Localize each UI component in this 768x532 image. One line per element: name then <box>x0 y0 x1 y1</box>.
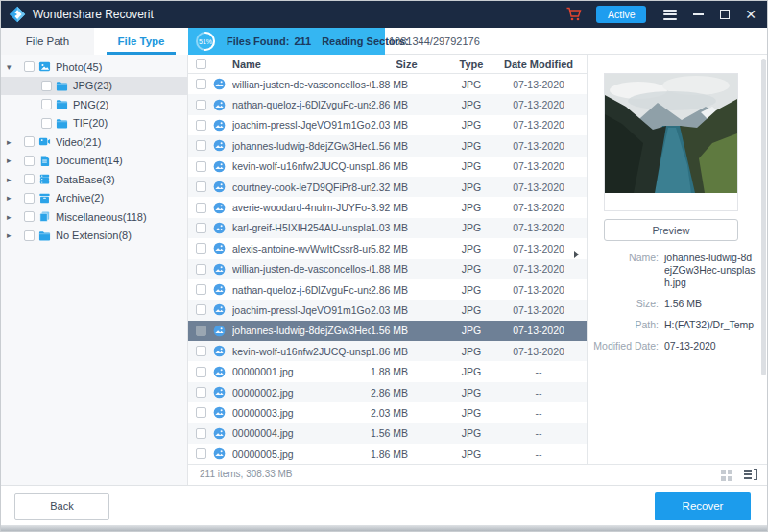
active-badge[interactable]: Active <box>596 6 646 23</box>
column-date-modified[interactable]: Date Modified <box>500 59 577 70</box>
sidebar-tree-item[interactable]: ▸ Miscellaneous(118) <box>1 207 187 227</box>
row-checkbox[interactable] <box>196 243 206 254</box>
tree-checkbox[interactable] <box>24 61 35 72</box>
row-checkbox[interactable] <box>196 367 206 377</box>
minimize-icon[interactable] <box>693 13 704 15</box>
sidebar-tree-item[interactable]: PNG(2) <box>1 95 187 114</box>
table-row[interactable]: kevin-wolf-u16nfw2JUCQ-unsplash.jpg 1.86… <box>188 157 587 177</box>
table-row[interactable]: 00000004.jpg 1.56 MB JPG -- <box>188 423 587 444</box>
expand-arrow-icon[interactable]: ▸ <box>7 230 24 240</box>
preview-button[interactable]: Preview <box>604 219 738 241</box>
maximize-icon[interactable] <box>720 10 730 19</box>
tree-checkbox[interactable] <box>24 230 35 241</box>
table-row[interactable]: joachim-pressl-JqeVO91m1Go-unspl... 2.03… <box>188 300 587 320</box>
cell-size: 2.03 MB <box>371 407 443 419</box>
menu-icon[interactable] <box>663 10 677 20</box>
table-row[interactable]: joachim-pressl-JqeVO91m1Go-unspl... 2.03… <box>188 115 587 135</box>
tree-checkbox[interactable] <box>24 136 35 147</box>
tab-file-type[interactable]: File Type <box>94 28 188 55</box>
row-checkbox[interactable] <box>196 284 206 295</box>
preview-thumbnail[interactable] <box>604 73 738 211</box>
cell-name: kevin-wolf-u16nfw2JUCQ-unsplash.jpg <box>232 346 371 357</box>
row-checkbox[interactable] <box>196 264 206 275</box>
expand-arrow-icon[interactable]: ▾ <box>7 62 24 72</box>
recover-button[interactable]: Recover <box>655 492 751 520</box>
list-view-icon[interactable] <box>744 469 757 481</box>
tree-checkbox[interactable] <box>24 174 35 184</box>
document-icon <box>38 155 51 167</box>
sidebar-tree-item[interactable]: ▸ Video(21) <box>1 133 187 152</box>
column-name[interactable]: Name <box>232 59 371 70</box>
row-checkbox[interactable] <box>196 407 206 418</box>
table-row[interactable]: kevin-wolf-u16nfw2JUCQ-unsplash.jpg 1.86… <box>188 341 587 361</box>
files-found: Files Found:211 <box>227 36 311 47</box>
detail-field: Path: H:(FAT32)/Dr_Temp <box>588 319 758 331</box>
table-row[interactable]: karl-greif-H5IXIH254AU-unsplash.jpg 1.03… <box>188 218 587 238</box>
row-checkbox[interactable] <box>196 100 206 110</box>
expand-arrow-icon[interactable]: ▸ <box>7 193 24 203</box>
recoverit-logo-icon <box>9 6 26 23</box>
expand-arrow-icon[interactable]: ▸ <box>7 137 24 147</box>
row-checkbox[interactable] <box>196 140 206 151</box>
cell-date-modified: 07-13-2020 <box>500 346 577 357</box>
cell-date-modified: 07-13-2020 <box>500 140 577 152</box>
select-all-checkbox[interactable] <box>196 59 206 69</box>
sidebar-tree-item[interactable]: ▸ No Extension(8) <box>1 227 187 246</box>
row-checkbox[interactable] <box>196 304 206 315</box>
table-row[interactable]: johannes-ludwig-8dejZGw3Hec-unsp... 1.56… <box>188 321 587 341</box>
row-checkbox[interactable] <box>196 387 206 398</box>
row-checkbox[interactable] <box>196 326 206 336</box>
sidebar-tree-item[interactable]: ▸ Archive(2) <box>1 189 187 208</box>
table-row[interactable]: 00000003.jpg 2.03 MB JPG -- <box>188 402 587 423</box>
panel-collapse-arrow-icon[interactable] <box>574 251 579 258</box>
table-row[interactable]: nathan-queloz-j-6DlZvguFc-unsplash... 2.… <box>188 279 587 300</box>
back-button[interactable]: Back <box>14 493 109 520</box>
tab-file-path[interactable]: File Path <box>1 28 94 55</box>
table-row[interactable]: 00000002.jpg 2.86 MB JPG -- <box>188 382 587 402</box>
cell-name: joachim-pressl-JqeVO91m1Go-unspl... <box>232 304 371 316</box>
detail-value: 07-13-2020 <box>664 340 756 352</box>
sidebar-tree-item[interactable]: ▾ Photo(45) <box>1 58 187 77</box>
expand-arrow-icon[interactable]: ▸ <box>7 212 24 222</box>
table-row[interactable]: willian-justen-de-vasconcellos-65Ga... 1… <box>188 74 587 94</box>
table-row[interactable]: willian-justen-de-vasconcellos-65Ga... 1… <box>188 259 587 279</box>
table-row[interactable]: alexis-antoine-wvWwItCssr8-unsplas... 5.… <box>188 238 587 258</box>
expand-arrow-icon[interactable]: ▸ <box>7 156 24 165</box>
tree-checkbox[interactable] <box>24 156 35 166</box>
sidebar-tree-item[interactable]: JPG(23) <box>1 77 187 96</box>
row-checkbox[interactable] <box>196 79 206 89</box>
table-row[interactable]: averie-woodard-4nulm-JUYFo-unspla... 3.9… <box>188 197 587 217</box>
tree-checkbox[interactable] <box>41 81 52 91</box>
row-checkbox[interactable] <box>196 346 206 356</box>
row-checkbox[interactable] <box>196 223 206 233</box>
close-icon[interactable]: ✕ <box>745 8 756 21</box>
tree-checkbox[interactable] <box>24 193 35 204</box>
scan-progress-strip: 51% Files Found:211 Reading Sectors: <box>188 28 385 55</box>
table-row[interactable]: 00000005.jpg 1.86 MB JPG -- <box>188 444 587 464</box>
tree-checkbox[interactable] <box>41 118 52 129</box>
cell-size: 2.03 MB <box>371 304 443 316</box>
sidebar-tree-item[interactable]: ▸ Document(14) <box>1 152 187 171</box>
row-checkbox[interactable] <box>196 120 206 131</box>
column-size[interactable]: Size <box>371 59 443 70</box>
row-checkbox[interactable] <box>196 161 206 172</box>
expand-arrow-icon[interactable]: ▸ <box>7 175 24 184</box>
tree-checkbox[interactable] <box>24 211 35 222</box>
table-row[interactable]: johannes-ludwig-8dejZGw3Hec-unsp... 1.56… <box>188 135 587 156</box>
tree-item-label: PNG(2) <box>73 99 108 110</box>
row-checkbox[interactable] <box>196 428 206 439</box>
row-checkbox[interactable] <box>196 448 206 459</box>
row-checkbox[interactable] <box>196 203 206 213</box>
column-type[interactable]: Type <box>443 59 500 70</box>
grid-view-icon[interactable] <box>721 470 732 481</box>
table-row[interactable]: 00000001.jpg 1.88 MB JPG -- <box>188 361 587 381</box>
sidebar-tree-item[interactable]: ▸ DataBase(3) <box>1 170 187 189</box>
table-row[interactable]: nathan-queloz-j-6DlZvguFc-unsplash... 2.… <box>188 94 587 114</box>
preview-scrollbar[interactable] <box>761 59 766 375</box>
sidebar-tree-item[interactable]: TIF(20) <box>1 114 187 133</box>
tree-checkbox[interactable] <box>41 99 52 109</box>
cart-icon[interactable] <box>565 6 583 23</box>
row-checkbox[interactable] <box>196 181 206 192</box>
table-row[interactable]: courtney-cook-le7D9QFiPr8-unsplas... 2.3… <box>188 177 587 197</box>
cell-size: 2.03 MB <box>371 119 443 131</box>
